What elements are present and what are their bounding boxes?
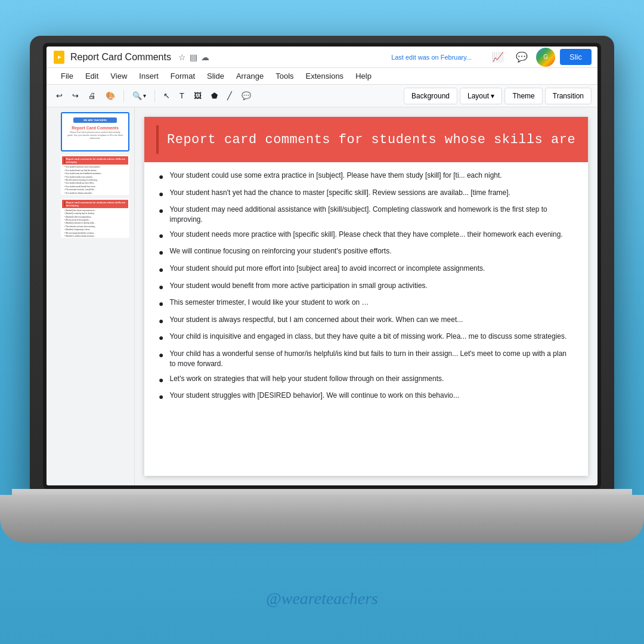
- header-actions: 📈 💬 G Slic: [488, 48, 592, 67]
- social-handle: @weareteachers: [0, 589, 644, 608]
- bullet-dot-6: ●: [159, 264, 163, 276]
- list-item: ● Your child has a wonderful sense of hu…: [159, 349, 574, 369]
- bullet-dot-8: ●: [159, 298, 163, 310]
- slide-title: Report card comments for students whose …: [167, 132, 576, 147]
- chart-icon-btn[interactable]: 📈: [488, 48, 507, 67]
- textbox-button[interactable]: T: [176, 88, 188, 104]
- undo-button[interactable]: ↩: [52, 88, 66, 104]
- list-item: ● Your student would benefit from more a…: [159, 281, 574, 293]
- share-button[interactable]: Slic: [560, 49, 592, 65]
- slide-header-accent: [156, 125, 159, 154]
- bullet-dot-7: ●: [159, 281, 163, 293]
- shapes-button[interactable]: ⬟: [208, 88, 221, 104]
- slide-thumb-inner-3: Report card comments for students whose …: [62, 200, 128, 237]
- slide-header-bar: Report card comments for students whose …: [144, 117, 588, 162]
- menu-help[interactable]: Help: [349, 69, 377, 83]
- slides-logo: ▶: [52, 51, 66, 64]
- save-icon[interactable]: ▤: [190, 52, 197, 62]
- bullet-dot-13: ●: [159, 391, 163, 403]
- print-button[interactable]: 🖨: [85, 88, 100, 104]
- theme-button[interactable]: Theme: [504, 88, 542, 104]
- slide-thumb-inner-2: Report card comments for students whose …: [62, 156, 128, 193]
- menu-bar: File Edit View Insert Format Slide Arran…: [47, 68, 597, 85]
- menu-arrange[interactable]: Arrange: [230, 69, 270, 83]
- list-item: ● Your student should put more effort in…: [159, 264, 574, 276]
- list-item: ● This semester trimester, I would like …: [159, 298, 574, 310]
- list-item: ● Your student hasn't yet had the chance…: [159, 188, 574, 200]
- toolbar-divider-1: [123, 90, 124, 102]
- presentation-title: Report Card Comments: [70, 52, 171, 63]
- zoom-button[interactable]: 🔍 ▾: [129, 88, 150, 104]
- menu-format[interactable]: Format: [165, 69, 201, 83]
- list-item: ● Your child is inquisitive and engaged …: [159, 332, 574, 344]
- thumb1-title: Report Card Comments: [72, 126, 119, 130]
- bullet-dot-1: ●: [159, 171, 163, 183]
- slide-panel: 1 WE ARE TEACHERS Report Card Comments R…: [47, 107, 135, 485]
- comment-icon-btn[interactable]: 💬: [512, 48, 531, 67]
- slide-thumb-3[interactable]: 3 Report card comments for students whos…: [61, 199, 129, 238]
- bullet-dot-11: ●: [159, 349, 163, 361]
- last-edit-text: Last edit was on February...: [391, 54, 472, 61]
- toolbar-divider-2: [154, 90, 155, 102]
- slide-canvas: Report card comments for students whose …: [144, 117, 588, 476]
- bullet-dot-10: ●: [159, 332, 163, 344]
- line-button[interactable]: ╱: [224, 88, 236, 104]
- screen-bezel: ▶ Report Card Comments ☆ ▤ ☁ Last edit w…: [43, 43, 601, 489]
- screen: ▶ Report Card Comments ☆ ▤ ☁ Last edit w…: [47, 47, 597, 485]
- list-item: ● Your student struggles with [DESIRED b…: [159, 391, 574, 403]
- laptop-body: ▶ Report Card Comments ☆ ▤ ☁ Last edit w…: [30, 36, 614, 501]
- select-button[interactable]: ↖: [160, 88, 174, 104]
- paintformat-button[interactable]: 🎨: [102, 88, 119, 104]
- bullet-dot-5: ●: [159, 247, 163, 259]
- list-item: ● Your student may need additional assis…: [159, 205, 574, 225]
- redo-button[interactable]: ↪: [69, 88, 82, 104]
- menu-file[interactable]: File: [55, 69, 79, 83]
- list-item: ● Let's work on strategies that will hel…: [159, 374, 574, 386]
- slide-thumb-1[interactable]: 1 WE ARE TEACHERS Report Card Comments R…: [61, 112, 129, 151]
- slide-thumb-2[interactable]: 2 Report card comments for students whos…: [61, 155, 129, 194]
- bullet-dot-12: ●: [159, 374, 163, 386]
- transition-button[interactable]: Transition: [545, 88, 592, 104]
- list-item: ● Your student needs more practice with …: [159, 230, 574, 242]
- thumb1-subtitle: Report Card short phrases about student …: [64, 131, 126, 140]
- menu-edit[interactable]: Edit: [79, 69, 104, 83]
- bullet-dot-9: ●: [159, 315, 163, 327]
- menu-view[interactable]: View: [104, 69, 133, 83]
- cloud-icon[interactable]: ☁: [201, 52, 209, 62]
- slide-body: ● Your student could use some extra prac…: [144, 162, 588, 416]
- user-avatar[interactable]: G: [536, 48, 555, 67]
- title-icons: ☆ ▤ ☁: [178, 52, 209, 62]
- menu-slide[interactable]: Slide: [201, 69, 230, 83]
- content-area: Report card comments for students whose …: [135, 107, 597, 485]
- list-item: ● We will continue focusing on reinforci…: [159, 246, 574, 259]
- menu-insert[interactable]: Insert: [133, 69, 165, 83]
- title-bar: ▶ Report Card Comments ☆ ▤ ☁ Last edit w…: [47, 47, 597, 68]
- image-button[interactable]: 🖼: [190, 88, 205, 104]
- bullet-dot-4: ●: [159, 230, 163, 242]
- menu-tools[interactable]: Tools: [270, 69, 299, 83]
- menu-extensions[interactable]: Extensions: [300, 69, 350, 83]
- star-icon[interactable]: ☆: [178, 52, 186, 62]
- main-area: 1 WE ARE TEACHERS Report Card Comments R…: [47, 107, 597, 485]
- list-item: ● Your student is always respectful, but…: [159, 315, 574, 327]
- layout-button[interactable]: Layout ▾: [460, 88, 502, 104]
- bullet-dot-3: ●: [159, 205, 163, 217]
- bullet-dot-2: ●: [159, 188, 163, 200]
- toolbar: ↩ ↪ 🖨 🎨 🔍 ▾ ↖ T 🖼 ⬟ ╱ 💬 Background Layou…: [47, 85, 597, 107]
- laptop-base: [0, 495, 644, 543]
- slides-logo-icon: ▶: [54, 51, 64, 64]
- background-button[interactable]: Background: [404, 88, 457, 104]
- comment-button[interactable]: 💬: [238, 88, 255, 104]
- slide-thumb-inner-1: WE ARE TEACHERS Report Card Comments Rep…: [62, 113, 128, 150]
- list-item: ● Your student could use some extra prac…: [159, 171, 574, 183]
